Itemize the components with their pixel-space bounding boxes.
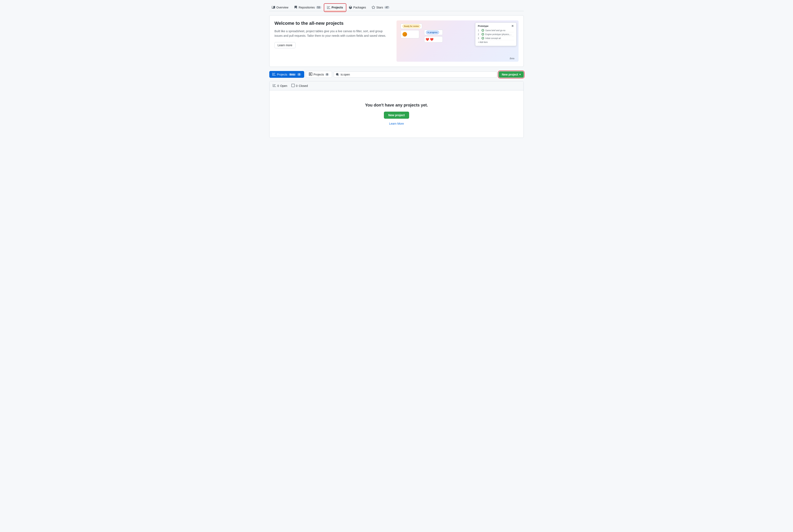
- toolbar-row: Projects Beta 0 Projects 0 New project: [269, 71, 524, 78]
- check-icon-3: ✓: [482, 37, 484, 39]
- tab-stars[interactable]: Stars 47: [369, 4, 392, 11]
- beta-count-badge: 0: [297, 73, 301, 76]
- tab-stars-badge: 47: [384, 6, 389, 9]
- new-project-button-empty[interactable]: New project: [384, 112, 409, 119]
- open-count: 0: [277, 84, 279, 88]
- page-wrapper: Overview Repositories 53 P: [264, 0, 529, 532]
- banner-visual-inner: Ready for review In progress ❤️: [396, 20, 519, 62]
- board-column-ready: Ready for review: [401, 23, 422, 42]
- board-card-hearts: ❤️ ❤️: [424, 36, 443, 42]
- prototype-item-1: 1 ✓ Game brief and go-no: [478, 28, 514, 32]
- closed-label: Closed: [299, 84, 308, 88]
- check-icon-2: ✓: [482, 33, 484, 36]
- closed-count: 0: [296, 84, 298, 88]
- search-input[interactable]: [334, 71, 497, 78]
- heart-icon: ❤️: [426, 38, 429, 41]
- banner-visual: Ready for review In progress ❤️: [396, 20, 519, 62]
- nav-tabs: Overview Repositories 53 P: [269, 4, 524, 11]
- tab-packages-label: Packages: [353, 6, 366, 9]
- tab-projects-label: Projects: [332, 6, 343, 9]
- welcome-banner: Welcome to the all-new projects Built li…: [269, 15, 524, 67]
- beta-badge: Beta: [289, 73, 296, 76]
- book-icon: [272, 6, 275, 9]
- banner-title: Welcome to the all-new projects: [274, 20, 391, 26]
- add-item-row: + Add item: [478, 40, 514, 44]
- learn-more-button[interactable]: Learn more: [274, 42, 296, 48]
- board-mockup: Ready for review In progress ❤️: [401, 23, 443, 42]
- prototype-item-3: 3 ✓ Initial concept art: [478, 36, 514, 40]
- open-projects-icon: [273, 84, 276, 88]
- new-project-button-toolbar[interactable]: New project ▾: [499, 71, 524, 78]
- tab-repositories-label: Repositories: [299, 6, 315, 9]
- search-icon: [336, 73, 339, 76]
- packages-icon: [349, 6, 352, 9]
- beta-label: Beta: [510, 57, 514, 60]
- banner-description: Built like a spreadsheet, project tables…: [274, 29, 391, 38]
- board-card-avatar: [401, 30, 419, 38]
- repo-icon: [294, 6, 297, 9]
- check-icon-1: ✓: [482, 29, 484, 32]
- projects-beta-icon: [272, 72, 276, 76]
- projects-panel-header: 0 Open 0 Closed: [270, 81, 523, 90]
- tab-repositories[interactable]: Repositories 53: [292, 4, 324, 11]
- classic-count-badge: 0: [325, 73, 329, 76]
- empty-state: You don't have any projects yet. New pro…: [270, 90, 523, 138]
- tab-overview[interactable]: Overview: [269, 4, 291, 11]
- classic-label: Projects: [313, 73, 324, 76]
- dropdown-arrow-icon: ▾: [519, 73, 521, 76]
- banner-content: Welcome to the all-new projects Built li…: [274, 20, 396, 62]
- projects-beta-tab[interactable]: Projects Beta 0: [269, 71, 304, 78]
- prototype-card: Prototype ✕ 1 ✓ Game brief and go-no 2 ✓…: [475, 22, 516, 46]
- tab-stars-label: Stars: [376, 6, 383, 9]
- tab-projects[interactable]: Projects: [325, 4, 346, 11]
- prototype-card-title: Prototype ✕: [478, 24, 514, 28]
- tab-repositories-badge: 53: [316, 6, 321, 9]
- new-project-label: New project: [502, 73, 518, 76]
- status-in-progress: In progress: [426, 31, 439, 34]
- projects-classic-tab[interactable]: Projects 0: [306, 71, 332, 78]
- projects-beta-label: Projects: [277, 73, 288, 76]
- prototype-item-2: 2 ✓ Engine prototype (physics, renderir: [478, 32, 514, 36]
- open-stat: 0 Open: [273, 84, 287, 88]
- closed-stat: 0 Closed: [291, 84, 308, 88]
- projects-panel: 0 Open 0 Closed You don't have any proje…: [269, 81, 524, 138]
- search-wrapper: [334, 71, 497, 78]
- board-column-progress: In progress ❤️ ❤️: [424, 30, 443, 42]
- learn-more-link[interactable]: Learn More: [274, 122, 519, 125]
- open-label: Open: [280, 84, 287, 88]
- empty-state-title: You don't have any projects yet.: [274, 103, 519, 108]
- status-ready: Ready for review: [403, 24, 420, 28]
- star-icon: [372, 6, 375, 9]
- classic-icon: [309, 72, 312, 76]
- tab-packages[interactable]: Packages: [346, 4, 368, 11]
- projects-icon: [327, 6, 330, 9]
- tab-overview-label: Overview: [276, 6, 288, 9]
- closed-projects-icon: [291, 84, 295, 88]
- avatar-1: [402, 32, 407, 37]
- close-icon: ✕: [511, 24, 514, 28]
- heart-icon-2: ❤️: [430, 38, 434, 41]
